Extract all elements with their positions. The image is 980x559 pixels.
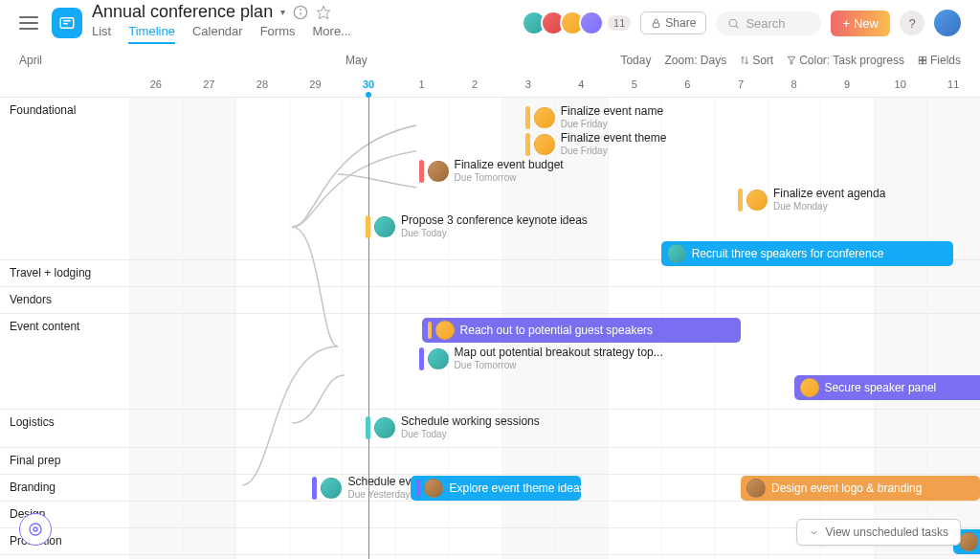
- date-cell: 8: [768, 75, 821, 97]
- color-select[interactable]: Color: Task progress: [787, 54, 904, 67]
- today-button[interactable]: Today: [620, 54, 651, 67]
- assignee-avatar: [800, 378, 819, 397]
- task-due: Due Tomorrow: [455, 360, 663, 371]
- section-label: Branding: [0, 475, 129, 501]
- assignee-avatar: [374, 417, 395, 438]
- tab-list[interactable]: List: [92, 24, 111, 44]
- task-handle[interactable]: [366, 215, 370, 238]
- task-keynote-ideas[interactable]: Propose 3 conference keynote ideasDue To…: [366, 214, 588, 239]
- unscheduled-button[interactable]: View unscheduled tasks: [796, 519, 961, 546]
- task-due: Due Today: [401, 429, 540, 440]
- task-design-logo[interactable]: Design event logo & branding: [741, 476, 980, 501]
- task-title: Schedule working sessions: [401, 415, 540, 429]
- section-row: LogisticsSchedule working sessionsDue To…: [0, 410, 980, 448]
- info-icon[interactable]: [293, 5, 308, 20]
- date-cell: 11: [926, 75, 980, 97]
- task-due: Due Tomorrow: [455, 172, 564, 184]
- search-input[interactable]: Search: [716, 11, 821, 35]
- svg-line-9: [736, 25, 739, 28]
- task-finalize-agenda[interactable]: Finalize event agendaDue Monday: [738, 188, 885, 212]
- task-finalize-theme[interactable]: Finalize event themeDue Friday: [525, 132, 667, 157]
- task-recruit-speakers[interactable]: Recruit three speakers for conference: [661, 241, 954, 266]
- task-handle[interactable]: [419, 160, 424, 183]
- date-cell: 10: [874, 75, 927, 97]
- user-avatar[interactable]: [934, 10, 961, 36]
- task-handle[interactable]: [312, 477, 317, 500]
- menu-icon[interactable]: [19, 16, 38, 30]
- task-schedule-working[interactable]: Schedule working sessionsDue Today: [366, 415, 540, 440]
- section-label: Foundational: [0, 98, 129, 259]
- month-may: May: [345, 54, 368, 67]
- task-due: Due Friday: [561, 119, 663, 130]
- fields-button[interactable]: Fields: [918, 54, 961, 67]
- svg-rect-13: [919, 60, 922, 63]
- zoom-select[interactable]: Zoom: Days: [664, 54, 726, 67]
- avatar: [579, 11, 604, 35]
- date-cell: 30: [342, 75, 395, 97]
- svg-point-15: [30, 524, 41, 535]
- task-secure-panel[interactable]: Secure speaker panel: [794, 375, 980, 400]
- task-explore-theme[interactable]: Explore event theme ideas: [411, 476, 581, 501]
- help-icon[interactable]: ?: [900, 11, 924, 35]
- task-handle[interactable]: [525, 133, 530, 156]
- svg-rect-14: [923, 60, 925, 63]
- date-cell: 28: [235, 75, 289, 97]
- task-title: Finalize event theme: [561, 132, 667, 145]
- task-handle[interactable]: [419, 347, 424, 370]
- new-button[interactable]: + New: [831, 11, 890, 36]
- task-handle[interactable]: [416, 480, 420, 497]
- unscheduled-label: View unscheduled tasks: [825, 525, 948, 539]
- task-handle[interactable]: [525, 106, 530, 129]
- task-map-breakout[interactable]: Map out potential breakout strategy top.…: [419, 347, 663, 371]
- date-cell: 5: [608, 75, 661, 97]
- date-cell: 7: [714, 75, 768, 97]
- assignee-avatar: [959, 532, 978, 551]
- task-due: Due Friday: [561, 145, 667, 157]
- task-finalize-name[interactable]: Finalize event nameDue Friday: [525, 105, 663, 130]
- assignee-avatar: [667, 244, 686, 263]
- color-label: Color: Task progress: [799, 54, 904, 67]
- task-title: Finalize event agenda: [773, 188, 885, 201]
- task-handle[interactable]: [366, 416, 370, 439]
- tab-more[interactable]: More...: [313, 24, 351, 44]
- task-reach-out[interactable]: Reach out to potential guest speakers: [422, 318, 741, 343]
- section-label: Vendors: [0, 287, 129, 313]
- project-icon[interactable]: [52, 8, 82, 38]
- task-title: Design event logo & branding: [771, 481, 922, 495]
- task-title: Secure speaker panel: [825, 381, 937, 394]
- new-label: New: [854, 16, 879, 31]
- plus-icon: +: [842, 16, 850, 31]
- date-cell: 4: [555, 75, 609, 97]
- month-april: April: [19, 54, 42, 67]
- assignee-avatar: [424, 479, 443, 498]
- section-row: FoundationalFinalize event nameDue Frida…: [0, 98, 980, 260]
- task-title: Recruit three speakers for conference: [692, 247, 884, 260]
- sections: FoundationalFinalize event nameDue Frida…: [0, 98, 980, 555]
- title-block: Annual conference plan ▾ List Timeline C…: [92, 2, 522, 44]
- task-handle[interactable]: [738, 189, 743, 212]
- assignee-avatar: [534, 107, 555, 128]
- svg-rect-7: [654, 23, 659, 28]
- svg-rect-11: [919, 56, 922, 59]
- sort-label: Sort: [752, 54, 773, 67]
- task-title: Propose 3 conference keynote ideas: [401, 214, 588, 228]
- date-cell: 9: [820, 75, 874, 97]
- feedback-bubble[interactable]: [19, 513, 52, 546]
- assignee-avatar: [746, 190, 768, 211]
- tab-calendar[interactable]: Calendar: [192, 24, 243, 44]
- share-label: Share: [665, 16, 696, 30]
- date-cell: 1: [395, 75, 449, 97]
- chevron-down-icon[interactable]: ▾: [280, 7, 285, 17]
- star-icon[interactable]: [316, 5, 331, 20]
- tab-timeline[interactable]: Timeline: [128, 24, 175, 44]
- task-finalize-budget[interactable]: Finalize event budgetDue Tomorrow: [419, 159, 564, 184]
- avatar-group[interactable]: 11: [522, 11, 631, 35]
- assignee-avatar: [428, 161, 449, 182]
- share-button[interactable]: Share: [640, 11, 706, 34]
- sort-button[interactable]: Sort: [740, 54, 773, 67]
- svg-point-16: [33, 527, 37, 531]
- tab-forms[interactable]: Forms: [260, 24, 296, 44]
- section-row: BrandingSchedule event ...Due YesterdayE…: [0, 475, 980, 502]
- date-header: 26272829301234567891011: [0, 75, 980, 98]
- task-handle[interactable]: [428, 322, 432, 339]
